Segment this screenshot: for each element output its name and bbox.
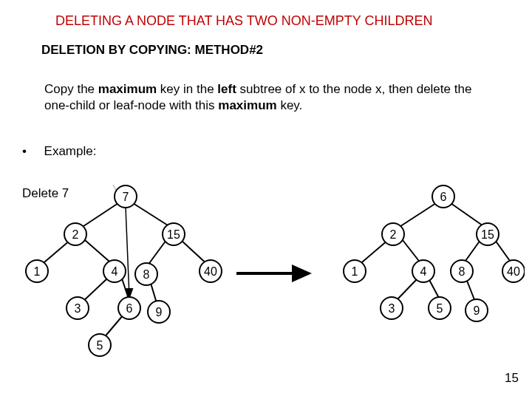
node-7: 7 <box>115 185 137 208</box>
svg-text:4: 4 <box>112 265 118 278</box>
svg-text:2: 2 <box>72 228 79 241</box>
svg-text:9: 9 <box>156 306 163 318</box>
para-text: Copy the <box>44 82 98 96</box>
svg-text:7: 7 <box>123 191 129 203</box>
svg-text:2: 2 <box>390 228 397 241</box>
bold-word: maximum <box>218 98 276 112</box>
node-1r: 1 <box>344 260 366 282</box>
node-4r: 4 <box>412 260 434 282</box>
node-1: 1 <box>26 260 48 282</box>
node-2: 2 <box>64 223 86 245</box>
svg-text:1: 1 <box>34 265 41 278</box>
copy-arrow <box>126 207 129 297</box>
node-8: 8 <box>135 263 157 285</box>
bullet: • <box>22 144 27 158</box>
node-6: 6 <box>118 297 140 319</box>
svg-text:5: 5 <box>437 302 443 315</box>
svg-text:6: 6 <box>440 191 447 203</box>
node-40: 40 <box>200 260 222 282</box>
para-text: key. <box>277 98 303 112</box>
svg-line-38 <box>403 240 421 264</box>
node-6r: 6 <box>432 185 454 208</box>
svg-line-35 <box>396 203 436 229</box>
para-text: key in the <box>157 82 217 96</box>
node-15r: 15 <box>477 223 499 245</box>
slide-subtitle: DELETION BY COPYING: METHOD#2 <box>41 43 263 58</box>
node-5: 5 <box>89 334 111 356</box>
svg-text:6: 6 <box>126 302 133 315</box>
svg-line-1 <box>79 203 118 229</box>
svg-text:4: 4 <box>420 265 427 278</box>
node-9r: 9 <box>466 299 488 321</box>
node-3r: 3 <box>381 297 403 319</box>
svg-text:8: 8 <box>459 265 466 278</box>
svg-text:5: 5 <box>97 339 103 352</box>
svg-marker-34 <box>292 265 312 282</box>
left-tree-nodes: 7 2 15 1 4 8 40 3 6 9 5 <box>26 185 222 356</box>
svg-text:15: 15 <box>167 228 180 241</box>
svg-text:3: 3 <box>389 302 395 315</box>
node-9: 9 <box>148 301 170 323</box>
right-tree-nodes: 6 2 15 1 4 8 40 3 5 9 <box>344 185 525 321</box>
transform-arrow <box>236 265 312 282</box>
svg-line-42 <box>429 279 440 299</box>
example-label: Example: <box>44 144 97 158</box>
svg-text:8: 8 <box>143 268 150 281</box>
page-number: 15 <box>505 371 519 386</box>
right-tree-edges <box>358 203 514 301</box>
slide-title: DELETING A NODE THAT HAS TWO NON-EMPTY C… <box>55 13 432 29</box>
svg-line-43 <box>467 281 475 301</box>
bold-word: maximum <box>98 82 157 96</box>
bold-word: left <box>217 82 236 96</box>
node-15: 15 <box>163 223 185 245</box>
node-3: 3 <box>66 297 89 319</box>
node-4: 4 <box>103 260 126 282</box>
svg-text:9: 9 <box>474 304 480 317</box>
tree-diagram: 7 2 15 1 4 8 40 3 6 9 5 6 2 <box>22 185 525 392</box>
svg-text:40: 40 <box>204 265 217 278</box>
description-paragraph: Copy the maximum key in the left subtree… <box>44 81 488 114</box>
example-bullet: • Example: <box>22 144 96 159</box>
node-40r: 40 <box>502 260 525 282</box>
svg-text:15: 15 <box>481 228 494 241</box>
svg-text:3: 3 <box>75 302 81 315</box>
node-8r: 8 <box>451 260 473 282</box>
node-5r: 5 <box>429 297 451 319</box>
svg-line-41 <box>395 279 417 301</box>
svg-text:40: 40 <box>507 265 520 278</box>
svg-text:1: 1 <box>352 265 358 278</box>
node-2r: 2 <box>382 223 404 245</box>
